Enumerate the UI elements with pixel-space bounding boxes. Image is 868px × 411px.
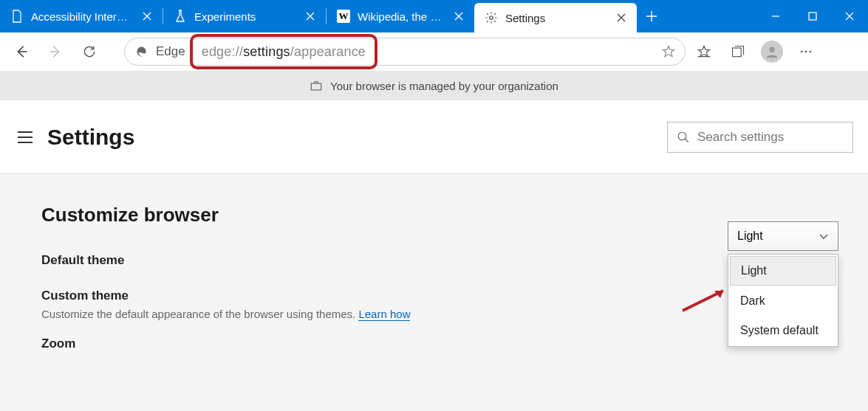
chevron-down-icon — [819, 231, 829, 241]
theme-select[interactable]: Light — [728, 221, 838, 251]
row-default-theme: Default theme — [41, 253, 827, 268]
theme-dropdown-menu: Light Dark System default — [728, 254, 838, 347]
window-controls — [757, 0, 868, 32]
managed-banner: Your browser is managed by your organiza… — [0, 71, 868, 100]
tab-title: Accessibility Internals — [31, 10, 131, 23]
profile-button[interactable] — [756, 37, 787, 66]
page-icon — [10, 10, 24, 23]
custom-theme-sub: Customize the default appearance of the … — [41, 308, 410, 320]
zoom-label: Zoom — [41, 336, 75, 351]
row-custom-theme: Custom theme Customize the default appea… — [41, 289, 827, 320]
avatar-icon — [761, 41, 783, 63]
svg-point-0 — [490, 16, 493, 20]
managed-text: Your browser is managed by your organiza… — [330, 80, 558, 92]
url-highlight-annotation: edge://settings/appearance — [193, 35, 375, 68]
svg-rect-1 — [809, 13, 816, 20]
svg-point-3 — [769, 47, 774, 52]
address-bar[interactable]: Edge edge://settings/appearance — [124, 38, 686, 66]
close-icon[interactable] — [613, 10, 629, 26]
favorite-star-icon[interactable] — [661, 44, 676, 59]
minimize-button[interactable] — [757, 0, 794, 32]
close-icon[interactable] — [302, 8, 318, 24]
tab-title: Experiments — [194, 10, 295, 23]
theme-select-value: Light — [737, 229, 763, 243]
search-icon — [677, 131, 690, 144]
tab-wikipedia[interactable]: W Wikipedia, the free en — [327, 0, 474, 32]
new-tab-button[interactable] — [637, 0, 666, 32]
theme-option-light[interactable]: Light — [730, 256, 836, 286]
svg-rect-7 — [311, 83, 321, 90]
settings-header: Settings — [0, 100, 868, 174]
close-icon[interactable] — [139, 8, 155, 24]
settings-content: Customize browser Default theme Custom t… — [0, 174, 868, 411]
close-icon[interactable] — [451, 8, 467, 24]
default-theme-label: Default theme — [41, 253, 124, 268]
close-window-button[interactable] — [831, 0, 868, 32]
search-settings-box[interactable] — [667, 122, 853, 153]
url-text: edge://settings/appearance — [202, 44, 366, 60]
favorites-button[interactable] — [688, 37, 720, 66]
svg-point-5 — [805, 51, 807, 53]
row-zoom: Zoom — [41, 336, 827, 351]
custom-theme-label: Custom theme — [41, 289, 129, 303]
wikipedia-icon: W — [337, 10, 350, 23]
hamburger-menu-button[interactable] — [13, 125, 37, 149]
refresh-button[interactable] — [74, 37, 105, 66]
maximize-button[interactable] — [794, 0, 831, 32]
more-menu-button[interactable] — [790, 37, 821, 66]
learn-how-link[interactable]: Learn how — [358, 308, 410, 321]
back-button[interactable] — [6, 37, 37, 66]
browser-toolbar: Edge edge://settings/appearance — [0, 32, 868, 71]
tab-title: Wikipedia, the free en — [358, 10, 443, 23]
tab-settings[interactable]: Settings — [474, 3, 637, 32]
tab-experiments[interactable]: Experiments — [163, 0, 326, 32]
svg-rect-2 — [733, 48, 742, 57]
svg-point-6 — [810, 51, 812, 53]
page-title: Settings — [47, 125, 134, 150]
svg-point-4 — [801, 51, 803, 53]
brand-label: Edge — [156, 44, 185, 59]
browser-titlebar: Accessibility Internals Experiments W Wi… — [0, 0, 868, 32]
briefcase-icon — [310, 79, 323, 92]
svg-point-8 — [678, 132, 686, 140]
flask-icon — [174, 10, 187, 23]
theme-option-system-default[interactable]: System default — [730, 317, 836, 345]
tab-title: Settings — [505, 12, 606, 24]
theme-option-dark[interactable]: Dark — [730, 287, 836, 315]
tab-accessibility-internals[interactable]: Accessibility Internals — [0, 0, 163, 32]
forward-button[interactable] — [40, 37, 71, 66]
collections-button[interactable] — [722, 37, 753, 66]
search-settings-input[interactable] — [697, 130, 844, 145]
gear-icon — [485, 11, 498, 24]
section-title: Customize browser — [41, 204, 827, 227]
edge-logo-icon — [134, 44, 148, 59]
